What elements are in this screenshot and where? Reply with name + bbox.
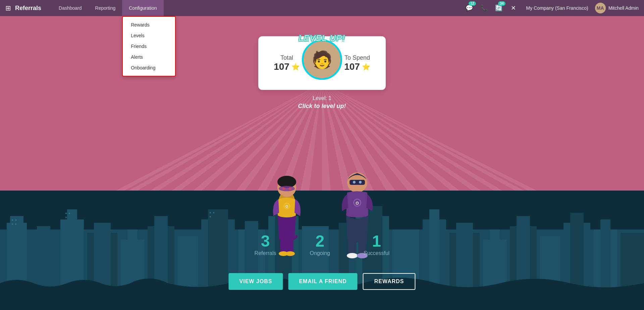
svg-point-92: [359, 181, 362, 184]
successful-label: Successful: [364, 250, 389, 256]
stats-row: 3 Referrals 2 Ongoing 1 Successful: [255, 232, 390, 256]
svg-rect-68: [69, 213, 70, 214]
email-friend-button[interactable]: EMAIL A FRIEND: [288, 273, 357, 290]
svg-rect-66: [15, 223, 16, 225]
apps-icon[interactable]: ⊞: [5, 4, 11, 12]
close-icon-btn[interactable]: ✕: [507, 2, 520, 14]
click-level-up[interactable]: Click to level up!: [298, 103, 346, 110]
avatar[interactable]: MA: [595, 3, 606, 13]
stat-referrals: 3 Referrals: [255, 232, 276, 256]
svg-point-91: [353, 181, 356, 184]
points-card: Total 107 ⭐ 🧑 To Spend 107 ⭐: [258, 36, 386, 90]
navbar: ⊞ Referrals Dashboard Reporting Configur…: [0, 0, 644, 16]
rewards-button[interactable]: REWARDS: [363, 273, 416, 290]
brand-label: Referrals: [15, 5, 41, 12]
configuration-dropdown: Rewards Levels Friends Alerts Onboarding: [122, 16, 176, 76]
nav-configuration-wrapper: Configuration Rewards Levels Friends Ale…: [122, 0, 163, 16]
dropdown-rewards[interactable]: Rewards: [123, 19, 175, 30]
ongoing-number: 2: [310, 232, 330, 250]
to-spend-label: To Spend: [342, 54, 372, 61]
chat-icon-btn[interactable]: 💬 12: [463, 2, 475, 14]
level-up-badge: LEVEL UP!: [299, 34, 345, 43]
svg-rect-67: [65, 213, 67, 214]
referrals-number: 3: [255, 232, 276, 250]
total-star-icon: ⭐: [291, 63, 300, 71]
dropdown-friends[interactable]: Friends: [123, 41, 175, 52]
chat-badge: 12: [469, 1, 476, 6]
user-name: Mitchell Admin: [608, 5, 639, 11]
activity-badge: 34: [498, 1, 505, 6]
svg-rect-51: [456, 223, 473, 297]
navbar-right: 💬 12 📞 🔄 34 ✕ My Company (San Francisco)…: [463, 2, 639, 14]
to-spend-value: 107 ⭐: [342, 61, 372, 72]
dropdown-alerts[interactable]: Alerts: [123, 52, 175, 62]
total-section: Total 107 ⭐: [272, 54, 302, 72]
nav-reporting[interactable]: Reporting: [89, 0, 122, 16]
dropdown-onboarding[interactable]: Onboarding: [123, 62, 175, 73]
nav-menu: Dashboard Reporting Configuration Reward…: [52, 0, 463, 16]
svg-rect-61: [600, 219, 610, 297]
svg-rect-71: [213, 212, 214, 213]
to-spend-section: To Spend 107 ⭐: [342, 54, 372, 72]
svg-rect-37: [208, 209, 228, 297]
svg-point-81: [289, 187, 291, 190]
total-label: Total: [272, 54, 302, 61]
level-text: Level: 1: [313, 95, 331, 101]
svg-text:O: O: [285, 205, 288, 208]
action-buttons: VIEW JOBS EMAIL A FRIEND REWARDS: [229, 273, 416, 290]
svg-rect-70: [210, 212, 211, 213]
successful-number: 1: [364, 232, 389, 250]
svg-point-80: [282, 187, 285, 190]
referrals-label: Referrals: [255, 250, 276, 256]
company-name: My Company (San Francisco): [522, 5, 592, 11]
svg-rect-72: [210, 216, 211, 217]
svg-rect-69: [65, 217, 67, 218]
ongoing-label: Ongoing: [310, 250, 330, 256]
svg-rect-90: [350, 180, 365, 185]
svg-rect-63: [12, 219, 13, 221]
nav-dashboard[interactable]: Dashboard: [52, 0, 89, 16]
user-avatar[interactable]: 🧑: [302, 40, 342, 80]
stat-ongoing: 2 Ongoing: [310, 232, 330, 256]
activity-icon-btn[interactable]: 🔄 34: [493, 2, 505, 14]
dropdown-levels[interactable]: Levels: [123, 30, 175, 41]
main-area: .ray { fill: #f0c0d0; }: [0, 16, 644, 310]
svg-text:O: O: [356, 201, 359, 206]
total-value: 107 ⭐: [272, 61, 302, 72]
phone-icon-btn[interactable]: 📞: [478, 2, 490, 14]
view-jobs-button[interactable]: VIEW JOBS: [229, 273, 283, 290]
spend-star-icon: ⭐: [362, 63, 370, 71]
svg-rect-65: [12, 223, 13, 225]
stat-successful: 1 Successful: [364, 232, 389, 256]
level-up-text: LEVEL UP!: [299, 34, 345, 43]
svg-point-79: [279, 186, 295, 191]
svg-rect-64: [15, 219, 16, 221]
nav-configuration[interactable]: Configuration: [122, 0, 163, 16]
